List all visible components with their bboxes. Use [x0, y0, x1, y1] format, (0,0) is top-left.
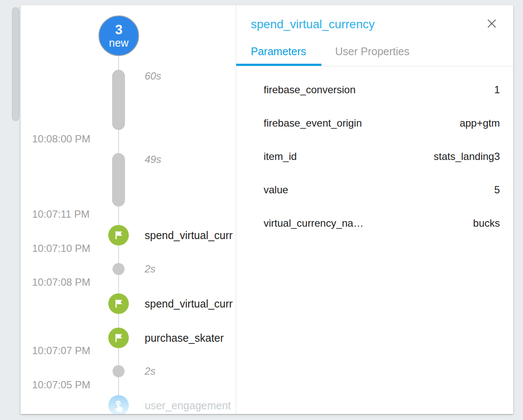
new-events-badge[interactable]: 3 new	[98, 15, 139, 56]
timeline-gap-pill	[112, 153, 125, 207]
debugview-card: 3 new 10:08:00 PM10:07:11 PM10:07:10 PM1…	[21, 5, 513, 414]
timeline-timestamp: 10:07:05 PM	[32, 379, 90, 391]
parameter-name: value	[264, 184, 288, 196]
debugview-screen: { "colors": { "background": "#e9ecef", "…	[0, 0, 523, 420]
timeline-timestamp: 10:07:08 PM	[32, 276, 90, 288]
gap-duration-label: 49s	[145, 154, 161, 166]
parameter-row: firebase_event_originapp+gtm	[236, 106, 513, 140]
parameter-name: virtual_currency_na…	[264, 217, 363, 229]
parameter-value: 1	[494, 84, 500, 96]
gap-duration-label: 2s	[145, 263, 155, 275]
timeline-pane: 3 new 10:08:00 PM10:07:11 PM10:07:10 PM1…	[21, 5, 236, 414]
parameter-value: bucks	[473, 217, 500, 229]
parameter-value: app+gtm	[460, 117, 500, 129]
event-label[interactable]: spend_virtual_curr	[145, 298, 233, 310]
close-icon	[486, 18, 497, 29]
tab-user-properties[interactable]: User Properties	[335, 45, 410, 58]
event-flag-icon[interactable]	[108, 225, 129, 245]
gap-duration-label: 2s	[145, 365, 155, 377]
new-events-count: 3	[115, 23, 122, 37]
parameter-row: firebase_conversion1	[236, 73, 513, 106]
tab-parameters[interactable]: Parameters	[251, 45, 306, 58]
event-flag-icon[interactable]	[108, 328, 129, 348]
parameter-value: stats_landing3	[434, 151, 500, 163]
timeline-timestamp: 10:07:11 PM	[32, 208, 89, 220]
event-label[interactable]: spend_virtual_curr	[145, 229, 233, 242]
tabs-divider	[236, 66, 513, 66]
new-events-label: new	[109, 37, 129, 49]
timeline-gap-dot	[113, 263, 125, 275]
parameter-value: 5	[494, 184, 500, 196]
parameter-name: item_id	[264, 151, 297, 163]
timeline-gap-dot	[113, 365, 125, 377]
parameter-name: firebase_conversion	[264, 84, 356, 96]
event-touch-icon[interactable]	[108, 395, 129, 414]
gap-duration-label: 60s	[145, 70, 161, 82]
event-detail-title: spend_virtual_currency	[251, 18, 375, 31]
timeline-timestamp: 10:07:10 PM	[32, 243, 90, 254]
parameter-row: item_idstats_landing3	[236, 140, 513, 173]
close-button[interactable]	[484, 16, 499, 31]
parameters-list: firebase_conversion1firebase_event_origi…	[236, 73, 513, 240]
event-label[interactable]: user_engagement	[145, 399, 231, 412]
timeline-gap-pill	[112, 70, 125, 130]
page-scrollbar-thumb[interactable]	[12, 7, 19, 121]
parameter-row: virtual_currency_na…bucks	[236, 207, 513, 240]
event-label[interactable]: purchase_skater	[145, 332, 224, 344]
timeline-timestamp: 10:08:00 PM	[32, 133, 90, 145]
parameter-row: value5	[236, 173, 513, 207]
parameter-name: firebase_event_origin	[264, 117, 362, 129]
timeline-timestamp: 10:07:07 PM	[32, 345, 90, 357]
event-flag-icon[interactable]	[108, 293, 129, 314]
event-detail-panel: spend_virtual_currency ParametersUser Pr…	[236, 5, 513, 414]
